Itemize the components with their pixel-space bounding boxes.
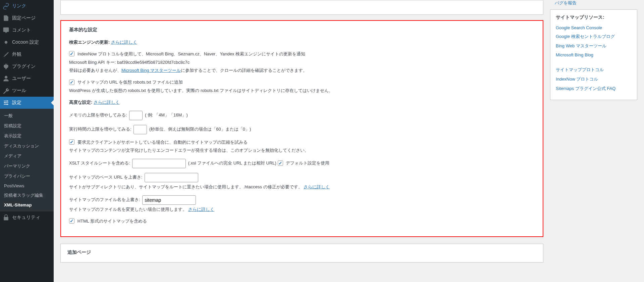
- menu-label: セキュリティ: [12, 215, 40, 221]
- resource-link-bing-wmt[interactable]: Bing Web マスターツール: [556, 43, 632, 49]
- baseurl-desc: サイトがサブディレクトリにあり、サイトマップをルートに置きたい場合に使用します。…: [69, 184, 303, 189]
- menu-links[interactable]: リンク: [0, 0, 54, 12]
- submenu-author-slug[interactable]: 投稿者スラッグ編集: [0, 190, 54, 200]
- xslt-hint: (.xsl ファイルへの完全 URL または相対 URL): [188, 161, 276, 166]
- exec-label: 実行時間の上限を増やしてみる:: [69, 127, 131, 132]
- filename-label: サイトマップのファイル名を上書き:: [69, 197, 140, 202]
- filename-desc: サイトマップのファイル名を変更したい場合に使用します。: [69, 207, 187, 212]
- menu-settings[interactable]: 設定: [0, 97, 54, 109]
- sliders-icon: [3, 99, 9, 106]
- robots-desc: WordPress が生成した仮想の robots.txt を使用しています。実…: [69, 87, 535, 94]
- comment-icon: [3, 27, 9, 34]
- compress-desc: サイトマップのコンテンツが文字化けしたりエンコードエラーが発生する場合は、このオ…: [69, 147, 535, 154]
- indexnow-checkbox[interactable]: [69, 51, 74, 56]
- menu-tools[interactable]: ツール: [0, 85, 54, 97]
- html-sitemap-checkbox[interactable]: [69, 218, 74, 224]
- bing-master-tools-link[interactable]: Microsoft Bing マスターツール: [121, 68, 181, 73]
- menu-pages[interactable]: 固定ページ: [0, 12, 54, 24]
- admin-sidebar: リンク 固定ページ コメント Cocoon 設定 外観 プラグイン ユーザー ツ…: [0, 0, 54, 282]
- bing-reg-post: に参加することで、クロールの詳細を確認することができます。: [181, 68, 307, 73]
- menu-label: 固定ページ: [12, 15, 36, 21]
- basic-settings-panel: 基本的な設定 検索エンジンの更新: さらに詳しく IndexNow プロトコルを…: [60, 20, 543, 237]
- exec-hint: (秒単位、例えば無制限の場合は「60」または「0」): [149, 127, 251, 132]
- bug-report-link[interactable]: バグを報告: [555, 0, 637, 6]
- submenu-xml-sitemap[interactable]: XML-Sitemap: [0, 200, 54, 209]
- baseurl-label: サイトマップのベース URL を上書き:: [69, 175, 142, 180]
- menu-label: Cocoon 設定: [12, 39, 39, 45]
- html-sitemap-label: HTML 形式のサイトマップを含める: [77, 219, 147, 224]
- baseurl-input[interactable]: [145, 173, 198, 182]
- lock-icon: [3, 214, 9, 221]
- resource-link-plugin-faq[interactable]: Sitemaps プラグイン公式 FAQ: [556, 86, 632, 92]
- bing-api-key: Microsoft Bing API キー: baf39ccd9e594f5b8…: [69, 59, 535, 66]
- user-icon: [3, 75, 9, 82]
- advanced-label: 高度な設定:: [69, 100, 92, 105]
- filename-learn-more-link[interactable]: さらに詳しく: [188, 207, 214, 212]
- svg-point-2: [4, 102, 5, 103]
- robots-checkbox[interactable]: [69, 80, 74, 85]
- xslt-input[interactable]: [132, 159, 186, 168]
- menu-comments[interactable]: コメント: [0, 24, 54, 36]
- page-icon: [3, 15, 9, 21]
- search-engine-learn-more-link[interactable]: さらに詳しく: [111, 40, 137, 45]
- baseurl-learn-more-link[interactable]: さらに詳しく: [304, 184, 330, 189]
- indexnow-label: IndexNow プロトコルを使用して、Microsoft Bing、Sezna…: [77, 51, 306, 56]
- robots-label: サイトマップの URL を仮想 robots.txt ファイルに追加: [77, 80, 183, 85]
- top-panel: [60, 0, 543, 15]
- menu-label: 設定: [12, 100, 21, 106]
- menu-label: コメント: [12, 27, 31, 33]
- bing-reg-pre: 登録は必要ありませんが、: [69, 68, 121, 73]
- compress-label: 要求元クライアントがサポートしている場合に、自動的にサイトマップの圧縮を試みる: [77, 140, 248, 145]
- menu-users[interactable]: ユーザー: [0, 73, 54, 85]
- menu-plugins[interactable]: プラグイン: [0, 60, 54, 73]
- memory-input[interactable]: [129, 111, 143, 120]
- search-engine-label: 検索エンジンの更新:: [69, 40, 110, 45]
- menu-cocoon[interactable]: Cocoon 設定: [0, 36, 54, 48]
- wrench-icon: [3, 87, 9, 94]
- submenu-discussion[interactable]: ディスカッション: [0, 141, 54, 151]
- resource-link-google-blog[interactable]: Google 検索セントラルブログ: [556, 34, 632, 40]
- right-sidebar: バグを報告 サイトマップリソース: Google Search Console …: [550, 0, 644, 282]
- menu-appearance[interactable]: 外観: [0, 48, 54, 60]
- menu-label: ユーザー: [12, 76, 31, 82]
- memory-hint: ( 例: 「4M」「16M」): [145, 112, 188, 117]
- resource-link-sitemap-protocol[interactable]: サイトマッププロトコル: [556, 67, 632, 73]
- basic-settings-title: 基本的な設定: [69, 27, 535, 33]
- submenu-postviews[interactable]: PostViews: [0, 181, 54, 190]
- additional-pages-title: 追加ページ: [67, 249, 536, 255]
- resource-link-gsc[interactable]: Google Search Console: [556, 25, 632, 30]
- brush-icon: [3, 51, 9, 58]
- link-icon: [3, 3, 9, 9]
- memory-label: メモリの上限を増やしてみる:: [69, 112, 127, 117]
- submenu-reading[interactable]: 表示設定: [0, 131, 54, 141]
- compress-checkbox[interactable]: [69, 139, 74, 145]
- submenu-permalinks[interactable]: パーマリンク: [0, 161, 54, 171]
- menu-label: リンク: [12, 3, 26, 9]
- menu-label: 外観: [12, 51, 21, 57]
- svg-point-3: [7, 104, 8, 105]
- additional-pages-panel: 追加ページ: [60, 244, 543, 263]
- resource-link-indexnow[interactable]: IndexNow プロトコル: [556, 76, 632, 82]
- resources-panel: サイトマップリソース: Google Search Console Google…: [550, 9, 637, 100]
- main-content: 基本的な設定 検索エンジンの更新: さらに詳しく IndexNow プロトコルを…: [54, 0, 550, 282]
- plug-icon: [3, 63, 9, 70]
- svg-point-1: [7, 100, 8, 101]
- svg-point-0: [5, 41, 7, 44]
- advanced-learn-more-link[interactable]: さらに詳しく: [94, 100, 120, 105]
- filename-input[interactable]: [142, 195, 196, 205]
- menu-label: プラグイン: [12, 63, 36, 69]
- xslt-default-label: デフォルト設定を使用: [286, 161, 329, 166]
- menu-label: ツール: [12, 88, 26, 94]
- resources-title: サイトマップリソース:: [556, 14, 632, 20]
- dot-icon: [3, 39, 9, 46]
- submenu-privacy[interactable]: プライバシー: [0, 171, 54, 181]
- submenu-media[interactable]: メディア: [0, 151, 54, 161]
- submenu-general[interactable]: 一般: [0, 111, 54, 121]
- exec-input[interactable]: [133, 125, 147, 134]
- xslt-label: XSLT スタイルシートを含める:: [69, 161, 130, 166]
- settings-submenu: 一般 投稿設定 表示設定 ディスカッション メディア パーマリンク プライバシー…: [0, 109, 54, 211]
- menu-security[interactable]: セキュリティ: [0, 211, 54, 224]
- resource-link-bing-blog[interactable]: Microsoft Bing Blog: [556, 52, 632, 57]
- xslt-default-checkbox[interactable]: [278, 160, 283, 166]
- submenu-writing[interactable]: 投稿設定: [0, 121, 54, 131]
